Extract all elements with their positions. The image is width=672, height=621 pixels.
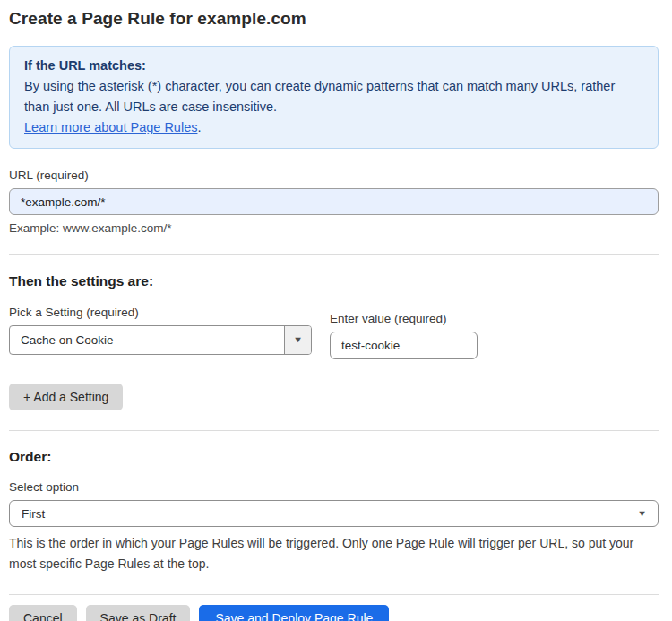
learn-more-link[interactable]: Learn more about Page Rules (24, 120, 197, 134)
page-title: Create a Page Rule for example.com (9, 9, 659, 29)
setting-select[interactable]: Cache on Cookie ▼ (9, 325, 312, 355)
link-period: . (197, 120, 201, 134)
enter-value-column: Enter value (required) (330, 306, 478, 359)
save-as-draft-button[interactable]: Save as Draft (86, 605, 191, 621)
save-and-deploy-button[interactable]: Save and Deploy Page Rule (199, 605, 389, 621)
divider-url (9, 254, 659, 255)
url-field-group: URL (required) Example: www.example.com/… (9, 168, 659, 235)
divider-footer (9, 594, 659, 595)
chevron-down-icon: ▼ (284, 326, 311, 354)
footer-actions: Cancel Save as Draft Save and Deploy Pag… (9, 605, 659, 621)
order-section-heading: Order: (9, 449, 659, 465)
info-box-link-line: Learn more about Page Rules. (24, 117, 643, 138)
order-select-label: Select option (9, 480, 659, 494)
create-page-rule-form: Create a Page Rule for example.com If th… (0, 0, 672, 621)
info-box-body: By using the asterisk (*) character, you… (24, 76, 643, 117)
order-select-value: First (22, 507, 45, 521)
order-help-text: This is the order in which your Page Rul… (9, 533, 659, 574)
order-select[interactable]: First ▼ (9, 500, 659, 527)
setting-value-input[interactable] (330, 332, 478, 359)
add-setting-button[interactable]: + Add a Setting (9, 384, 123, 410)
cancel-button[interactable]: Cancel (9, 605, 77, 621)
url-match-info-box: If the URL matches: By using the asteris… (9, 46, 659, 149)
divider-settings (9, 430, 659, 431)
enter-value-label: Enter value (required) (330, 312, 478, 325)
chevron-down-icon: ▼ (637, 510, 647, 518)
pick-setting-label: Pick a Setting (required) (9, 306, 312, 319)
pick-setting-column: Pick a Setting (required) Cache on Cooki… (9, 306, 312, 355)
setting-select-value: Cache on Cookie (10, 326, 284, 354)
url-input[interactable] (9, 188, 659, 215)
settings-row: Pick a Setting (required) Cache on Cooki… (9, 306, 659, 359)
settings-section-heading: Then the settings are: (9, 273, 659, 289)
url-example-hint: Example: www.example.com/* (9, 221, 659, 235)
url-label: URL (required) (9, 168, 659, 182)
info-box-heading: If the URL matches: (24, 56, 643, 76)
